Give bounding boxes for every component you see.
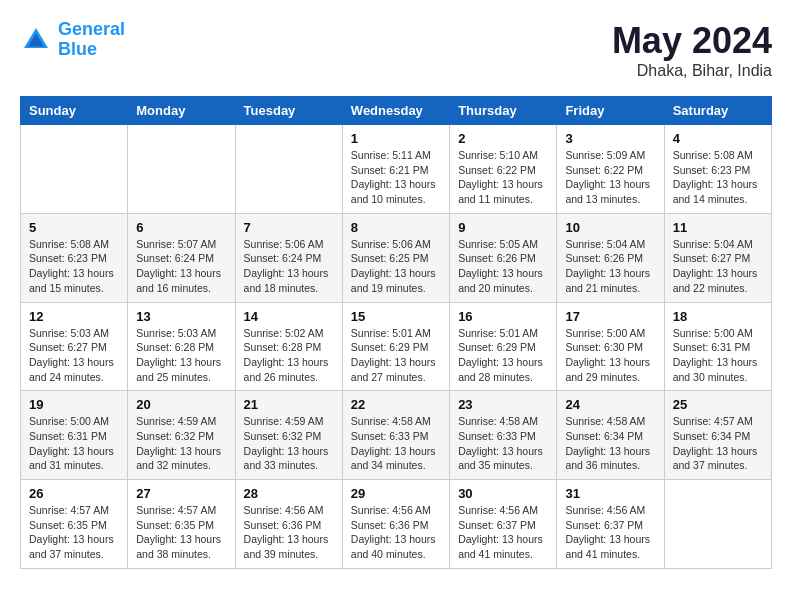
day-number: 23	[458, 397, 548, 412]
day-info: Sunrise: 5:01 AM Sunset: 6:29 PM Dayligh…	[458, 326, 548, 385]
calendar-cell: 8Sunrise: 5:06 AM Sunset: 6:25 PM Daylig…	[342, 213, 449, 302]
calendar-cell: 28Sunrise: 4:56 AM Sunset: 6:36 PM Dayli…	[235, 480, 342, 569]
calendar-cell: 9Sunrise: 5:05 AM Sunset: 6:26 PM Daylig…	[450, 213, 557, 302]
day-info: Sunrise: 4:56 AM Sunset: 6:37 PM Dayligh…	[565, 503, 655, 562]
day-number: 29	[351, 486, 441, 501]
day-number: 25	[673, 397, 763, 412]
day-info: Sunrise: 5:03 AM Sunset: 6:27 PM Dayligh…	[29, 326, 119, 385]
day-number: 17	[565, 309, 655, 324]
weekday-header-monday: Monday	[128, 97, 235, 125]
calendar-cell: 2Sunrise: 5:10 AM Sunset: 6:22 PM Daylig…	[450, 125, 557, 214]
day-number: 5	[29, 220, 119, 235]
day-info: Sunrise: 4:57 AM Sunset: 6:35 PM Dayligh…	[136, 503, 226, 562]
day-info: Sunrise: 5:00 AM Sunset: 6:30 PM Dayligh…	[565, 326, 655, 385]
day-number: 14	[244, 309, 334, 324]
day-number: 6	[136, 220, 226, 235]
day-info: Sunrise: 4:59 AM Sunset: 6:32 PM Dayligh…	[244, 414, 334, 473]
calendar-cell: 11Sunrise: 5:04 AM Sunset: 6:27 PM Dayli…	[664, 213, 771, 302]
logo-text: General Blue	[58, 20, 125, 60]
calendar-table: SundayMondayTuesdayWednesdayThursdayFrid…	[20, 96, 772, 569]
day-info: Sunrise: 4:56 AM Sunset: 6:36 PM Dayligh…	[351, 503, 441, 562]
day-number: 28	[244, 486, 334, 501]
calendar-cell	[128, 125, 235, 214]
calendar-cell: 27Sunrise: 4:57 AM Sunset: 6:35 PM Dayli…	[128, 480, 235, 569]
day-number: 26	[29, 486, 119, 501]
day-number: 10	[565, 220, 655, 235]
day-info: Sunrise: 4:56 AM Sunset: 6:36 PM Dayligh…	[244, 503, 334, 562]
day-info: Sunrise: 5:07 AM Sunset: 6:24 PM Dayligh…	[136, 237, 226, 296]
calendar-cell: 13Sunrise: 5:03 AM Sunset: 6:28 PM Dayli…	[128, 302, 235, 391]
day-info: Sunrise: 5:04 AM Sunset: 6:27 PM Dayligh…	[673, 237, 763, 296]
day-info: Sunrise: 4:57 AM Sunset: 6:35 PM Dayligh…	[29, 503, 119, 562]
day-info: Sunrise: 5:06 AM Sunset: 6:25 PM Dayligh…	[351, 237, 441, 296]
day-number: 13	[136, 309, 226, 324]
logo-line2: Blue	[58, 39, 97, 59]
calendar-cell: 21Sunrise: 4:59 AM Sunset: 6:32 PM Dayli…	[235, 391, 342, 480]
calendar-cell: 24Sunrise: 4:58 AM Sunset: 6:34 PM Dayli…	[557, 391, 664, 480]
title-block: May 2024 Dhaka, Bihar, India	[612, 20, 772, 80]
day-info: Sunrise: 4:58 AM Sunset: 6:33 PM Dayligh…	[458, 414, 548, 473]
weekday-header-sunday: Sunday	[21, 97, 128, 125]
day-info: Sunrise: 5:02 AM Sunset: 6:28 PM Dayligh…	[244, 326, 334, 385]
day-number: 3	[565, 131, 655, 146]
day-number: 31	[565, 486, 655, 501]
calendar-cell: 29Sunrise: 4:56 AM Sunset: 6:36 PM Dayli…	[342, 480, 449, 569]
day-number: 15	[351, 309, 441, 324]
calendar-cell: 1Sunrise: 5:11 AM Sunset: 6:21 PM Daylig…	[342, 125, 449, 214]
calendar-cell: 3Sunrise: 5:09 AM Sunset: 6:22 PM Daylig…	[557, 125, 664, 214]
logo: General Blue	[20, 20, 125, 60]
day-number: 8	[351, 220, 441, 235]
day-number: 21	[244, 397, 334, 412]
day-info: Sunrise: 5:09 AM Sunset: 6:22 PM Dayligh…	[565, 148, 655, 207]
day-number: 30	[458, 486, 548, 501]
calendar-cell: 31Sunrise: 4:56 AM Sunset: 6:37 PM Dayli…	[557, 480, 664, 569]
calendar-cell: 15Sunrise: 5:01 AM Sunset: 6:29 PM Dayli…	[342, 302, 449, 391]
day-info: Sunrise: 5:03 AM Sunset: 6:28 PM Dayligh…	[136, 326, 226, 385]
calendar-week-row: 12Sunrise: 5:03 AM Sunset: 6:27 PM Dayli…	[21, 302, 772, 391]
calendar-cell: 6Sunrise: 5:07 AM Sunset: 6:24 PM Daylig…	[128, 213, 235, 302]
day-number: 2	[458, 131, 548, 146]
day-info: Sunrise: 5:00 AM Sunset: 6:31 PM Dayligh…	[29, 414, 119, 473]
day-number: 11	[673, 220, 763, 235]
calendar-cell: 19Sunrise: 5:00 AM Sunset: 6:31 PM Dayli…	[21, 391, 128, 480]
page-header: General Blue May 2024 Dhaka, Bihar, Indi…	[20, 20, 772, 80]
weekday-header-row: SundayMondayTuesdayWednesdayThursdayFrid…	[21, 97, 772, 125]
calendar-cell: 30Sunrise: 4:56 AM Sunset: 6:37 PM Dayli…	[450, 480, 557, 569]
day-info: Sunrise: 4:58 AM Sunset: 6:34 PM Dayligh…	[565, 414, 655, 473]
calendar-cell	[664, 480, 771, 569]
calendar-cell: 10Sunrise: 5:04 AM Sunset: 6:26 PM Dayli…	[557, 213, 664, 302]
calendar-week-row: 19Sunrise: 5:00 AM Sunset: 6:31 PM Dayli…	[21, 391, 772, 480]
calendar-cell: 4Sunrise: 5:08 AM Sunset: 6:23 PM Daylig…	[664, 125, 771, 214]
day-number: 27	[136, 486, 226, 501]
day-number: 4	[673, 131, 763, 146]
day-number: 24	[565, 397, 655, 412]
month-year-title: May 2024	[612, 20, 772, 62]
day-info: Sunrise: 5:08 AM Sunset: 6:23 PM Dayligh…	[673, 148, 763, 207]
day-number: 16	[458, 309, 548, 324]
calendar-cell: 7Sunrise: 5:06 AM Sunset: 6:24 PM Daylig…	[235, 213, 342, 302]
day-number: 22	[351, 397, 441, 412]
day-info: Sunrise: 5:04 AM Sunset: 6:26 PM Dayligh…	[565, 237, 655, 296]
day-info: Sunrise: 5:10 AM Sunset: 6:22 PM Dayligh…	[458, 148, 548, 207]
day-number: 12	[29, 309, 119, 324]
calendar-cell: 26Sunrise: 4:57 AM Sunset: 6:35 PM Dayli…	[21, 480, 128, 569]
weekday-header-thursday: Thursday	[450, 97, 557, 125]
calendar-cell: 23Sunrise: 4:58 AM Sunset: 6:33 PM Dayli…	[450, 391, 557, 480]
day-number: 20	[136, 397, 226, 412]
weekday-header-wednesday: Wednesday	[342, 97, 449, 125]
calendar-cell: 20Sunrise: 4:59 AM Sunset: 6:32 PM Dayli…	[128, 391, 235, 480]
calendar-cell: 14Sunrise: 5:02 AM Sunset: 6:28 PM Dayli…	[235, 302, 342, 391]
calendar-cell	[235, 125, 342, 214]
calendar-week-row: 26Sunrise: 4:57 AM Sunset: 6:35 PM Dayli…	[21, 480, 772, 569]
day-info: Sunrise: 5:05 AM Sunset: 6:26 PM Dayligh…	[458, 237, 548, 296]
day-info: Sunrise: 4:57 AM Sunset: 6:34 PM Dayligh…	[673, 414, 763, 473]
logo-icon	[20, 24, 52, 56]
calendar-cell: 17Sunrise: 5:00 AM Sunset: 6:30 PM Dayli…	[557, 302, 664, 391]
day-info: Sunrise: 4:58 AM Sunset: 6:33 PM Dayligh…	[351, 414, 441, 473]
day-info: Sunrise: 5:06 AM Sunset: 6:24 PM Dayligh…	[244, 237, 334, 296]
day-number: 18	[673, 309, 763, 324]
calendar-cell: 25Sunrise: 4:57 AM Sunset: 6:34 PM Dayli…	[664, 391, 771, 480]
calendar-cell: 22Sunrise: 4:58 AM Sunset: 6:33 PM Dayli…	[342, 391, 449, 480]
logo-line1: General	[58, 19, 125, 39]
day-info: Sunrise: 5:08 AM Sunset: 6:23 PM Dayligh…	[29, 237, 119, 296]
